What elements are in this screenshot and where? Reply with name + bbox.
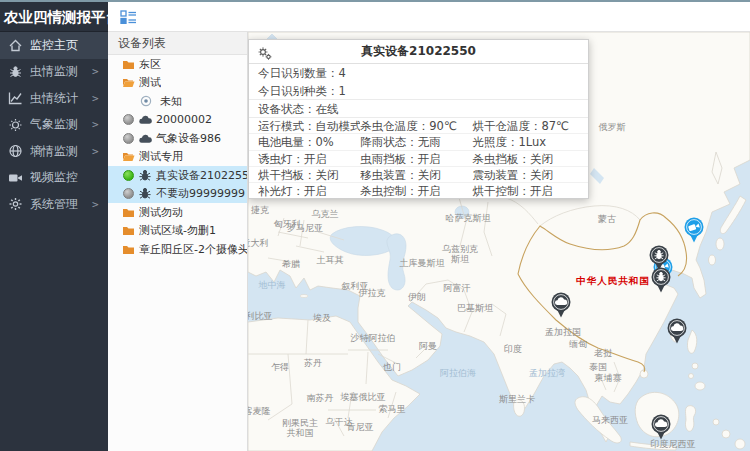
- window-top-edge: [0, 0, 750, 2]
- tree-item-label: 不要动99999999: [156, 186, 245, 201]
- popup-field: 移虫装置：关闭: [360, 167, 472, 182]
- tree-item-label: 气象设备986: [156, 131, 221, 146]
- chevron-right-icon: >: [92, 65, 108, 78]
- device-tree: 东区测试未知20000002气象设备986测试专用真实设备21022550不要动…: [108, 55, 247, 259]
- app-window: 农业四情测报平台 监控主页虫情监测>虫情统计>气象监测>墒情监测>视频监控系统管…: [0, 0, 750, 451]
- popup-grid-row: 补光灯：开启杀虫控制：开启烘干控制：开启: [249, 183, 588, 199]
- globe-icon: [0, 144, 30, 158]
- map-marker-bug[interactable]: [650, 266, 672, 294]
- popup-grid-row: 电池电量：0%降雨状态：无雨光照度：1Lux: [249, 134, 588, 150]
- sidebar-item-label: 气象监测: [30, 116, 92, 133]
- chart-icon: [0, 91, 30, 105]
- tree-item-测试区域-勿删1[interactable]: 测试区域-勿删1: [108, 222, 247, 241]
- sidebar: 农业四情测报平台 监控主页虫情监测>虫情统计>气象监测>墒情监测>视频监控系统管…: [0, 0, 108, 451]
- map-area: 俄罗斯蒙古中华人民共和国哈萨克斯坦乌兹别克 斯坦土库曼斯坦阿富汗伊朗巴基斯坦印度…: [248, 32, 750, 451]
- tree-item-label: 测试专用: [139, 149, 183, 164]
- tree-item-label: 真实设备21022550: [156, 168, 247, 183]
- chevron-right-icon: >: [92, 198, 108, 211]
- map-marker-camera[interactable]: [683, 216, 705, 244]
- map-marker-cloud[interactable]: [650, 413, 672, 441]
- sidebar-menu: 监控主页虫情监测>虫情统计>气象监测>墒情监测>视频监控系统管理>: [0, 32, 108, 218]
- tree-item-label: 未知: [160, 94, 182, 109]
- sidebar-item-label: 监控主页: [30, 37, 92, 54]
- sidebar-item-墒情监测[interactable]: 墒情监测>: [0, 138, 108, 165]
- chevron-right-icon: >: [92, 145, 108, 158]
- tree-item-章丘阳丘区-2个摄像头[interactable]: 章丘阳丘区-2个摄像头: [108, 240, 247, 259]
- tree-item-label: 测试: [139, 75, 161, 90]
- folder-open-icon: [122, 151, 135, 162]
- popup-grid-row: 诱虫灯：开启虫雨挡板：开启杀虫挡板：关闭: [249, 151, 588, 167]
- weather-icon: [0, 118, 30, 132]
- status-dot-offline: [123, 188, 134, 199]
- tree-item-20000002[interactable]: 20000002: [108, 111, 247, 130]
- tree-item-东区[interactable]: 东区: [108, 55, 247, 74]
- popup-grid-row: 运行模式：自动模式杀虫仓温度：90℃烘干仓温度：87℃: [249, 118, 588, 134]
- tree-item-测试[interactable]: 测试: [108, 74, 247, 93]
- tree-item-不要动99999999[interactable]: 不要动99999999: [108, 185, 247, 204]
- popup-field: 补光灯：开启: [258, 183, 360, 199]
- popup-stat-kinds: 今日识别种类：1: [249, 82, 588, 100]
- popup-field: 运行模式：自动模式: [258, 118, 360, 133]
- sidebar-item-视频监控[interactable]: 视频监控: [0, 165, 108, 192]
- tree-item-测试勿动[interactable]: 测试勿动: [108, 203, 247, 222]
- tree-item-气象设备986[interactable]: 气象设备986: [108, 129, 247, 148]
- popup-field: 杀虫仓温度：90℃: [360, 118, 472, 133]
- popup-field: 光照度：1Lux: [472, 134, 588, 149]
- cogs-icon[interactable]: [258, 45, 272, 64]
- bug-icon: [0, 65, 30, 79]
- chevron-right-icon: >: [92, 118, 108, 131]
- popup-title: 真实设备21022550: [249, 43, 588, 60]
- cloud-device-icon: [138, 114, 152, 125]
- popup-field: 杀虫控制：开启: [360, 183, 472, 199]
- gear-icon: [0, 197, 30, 211]
- popup-stat-count: 今日识别数量：4: [249, 64, 588, 82]
- topbar: [108, 2, 750, 32]
- tree-item-测试专用[interactable]: 测试专用: [108, 148, 247, 167]
- device-list-panel: 设备列表 东区测试未知20000002气象设备986测试专用真实设备210225…: [108, 32, 248, 451]
- sidebar-item-系统管理[interactable]: 系统管理>: [0, 191, 108, 218]
- popup-field: 诱虫灯：开启: [258, 151, 360, 166]
- folder-icon: [122, 59, 135, 70]
- device-list-header: 设备列表: [108, 32, 247, 55]
- status-dot-offline: [123, 133, 134, 144]
- popup-header: 真实设备21022550: [249, 40, 588, 64]
- sidebar-item-label: 虫情统计: [30, 90, 92, 107]
- sidebar-item-label: 虫情监测: [30, 63, 92, 80]
- popup-field: 电池电量：0%: [258, 134, 360, 149]
- map-marker-cloud[interactable]: [666, 317, 688, 345]
- sidebar-item-虫情监测[interactable]: 虫情监测>: [0, 59, 108, 86]
- popup-field: 烘干挡板：关闭: [258, 167, 360, 182]
- bug-device-icon: [138, 169, 152, 182]
- popup-field: 降雨状态：无雨: [360, 134, 472, 149]
- popup-grid-row: 烘干挡板：关闭移虫装置：关闭震动装置：关闭: [249, 167, 588, 183]
- sidebar-item-label: 墒情监测: [30, 143, 92, 160]
- tree-item-未知[interactable]: 未知: [108, 92, 247, 111]
- sidebar-item-监控主页[interactable]: 监控主页: [0, 32, 108, 59]
- sidebar-item-虫情统计[interactable]: 虫情统计>: [0, 85, 108, 112]
- chevron-right-icon: >: [92, 92, 108, 105]
- folder-open-icon: [122, 77, 135, 88]
- tree-item-label: 测试勿动: [139, 205, 183, 220]
- popup-field: 烘干控制：开启: [472, 183, 588, 199]
- sidebar-item-气象监测[interactable]: 气象监测>: [0, 112, 108, 139]
- sidebar-item-label: 视频监控: [30, 169, 92, 186]
- tree-item-label: 测试区域-勿删1: [139, 223, 216, 238]
- status-dot-offline: [123, 114, 134, 125]
- folder-icon: [122, 244, 135, 255]
- popup-device-status: 设备状态：在线: [249, 100, 588, 118]
- layout-list-icon[interactable]: [120, 10, 137, 24]
- map-marker-cloud[interactable]: [550, 291, 572, 319]
- popup-field: 虫雨挡板：开启: [360, 151, 472, 166]
- video-icon: [0, 171, 30, 185]
- folder-icon: [122, 225, 135, 236]
- app-title: 农业四情测报平台: [0, 0, 108, 32]
- bug-device-icon: [138, 187, 152, 200]
- sidebar-item-label: 系统管理: [30, 196, 92, 213]
- tree-item-label: 章丘阳丘区-2个摄像头: [139, 242, 247, 257]
- popup-grid: 运行模式：自动模式杀虫仓温度：90℃烘干仓温度：87℃电池电量：0%降雨状态：无…: [249, 118, 588, 199]
- radio-icon: [140, 95, 152, 107]
- tree-item-真实设备21022550[interactable]: 真实设备21022550: [108, 166, 247, 185]
- status-dot-online: [123, 170, 134, 181]
- device-detail-popup: 真实设备21022550 今日识别数量：4 今日识别种类：1 设备状态：在线 运…: [248, 39, 589, 199]
- popup-field: 震动装置：关闭: [472, 167, 588, 182]
